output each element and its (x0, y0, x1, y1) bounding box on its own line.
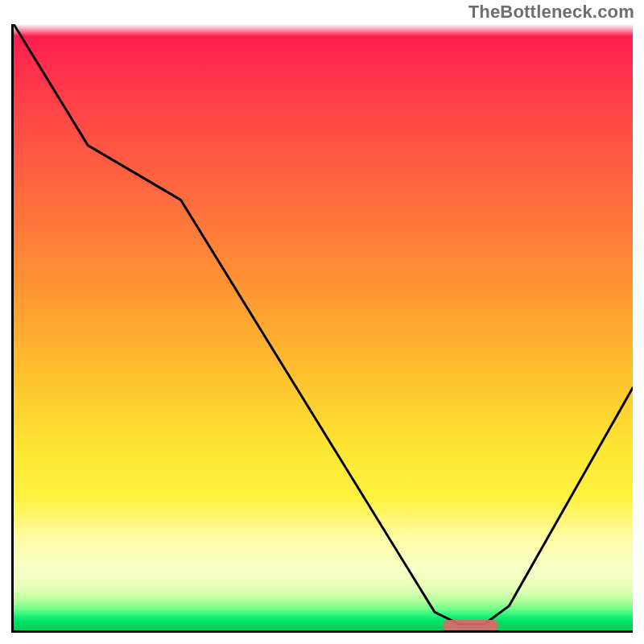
watermark-text: TheBottleneck.com (469, 2, 634, 23)
optimal-marker (443, 620, 498, 631)
plot-area (11, 24, 633, 633)
curve-path (14, 24, 633, 630)
chart-canvas: TheBottleneck.com (0, 0, 644, 644)
